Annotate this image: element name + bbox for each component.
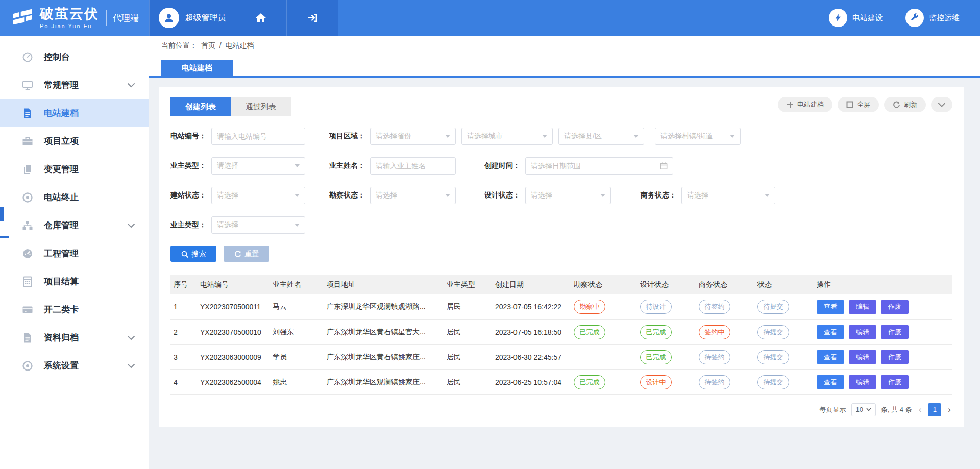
region-label: 项目区域：: [329, 132, 365, 141]
void-button[interactable]: 作废: [881, 300, 909, 314]
station-no-label: 电站编号：: [170, 132, 206, 141]
meter-icon: [21, 248, 34, 260]
status-badge: 待签约: [699, 350, 730, 364]
dropdown-arrow-icon: [730, 135, 735, 138]
gauge-icon: [21, 51, 34, 63]
tab-pass-list[interactable]: 通过列表: [231, 97, 291, 116]
header-nav: 电站建设 监控运维: [829, 0, 980, 36]
survey-status-select[interactable]: 请选择: [370, 187, 456, 204]
add-station-button[interactable]: 电站建档: [778, 97, 832, 112]
plus-icon: [787, 101, 794, 108]
brand-title: 破茧云伏: [40, 7, 99, 21]
status-badge: 待提交: [757, 325, 789, 339]
prev-page-button[interactable]: ‹: [917, 405, 923, 415]
edit-button[interactable]: 编辑: [849, 350, 876, 364]
town-select[interactable]: 请选择村镇/街道: [655, 128, 741, 145]
breadcrumb-prefix: 当前位置：: [161, 41, 197, 50]
filter-actions: 搜索 重置: [170, 246, 952, 262]
nav-monitor-ops-label: 监控运维: [929, 13, 960, 23]
row-actions: 查看 编辑 作废: [817, 300, 949, 314]
province-select[interactable]: 请选择省份: [370, 128, 456, 145]
dropdown-arrow-icon: [295, 224, 300, 227]
owner-type2-label: 业主类型：: [170, 220, 206, 230]
sidebar-item-open-card[interactable]: 开二类卡: [0, 295, 149, 324]
fullscreen-button[interactable]: 全屏: [838, 97, 879, 112]
content-card: 创建列表 通过列表 电站建档 全屏 刷新: [159, 87, 964, 427]
filter-row-3: 建站状态： 请选择 勘察状态： 请选择 设计状态： 请选择 商务状态： 请选择: [170, 187, 952, 204]
page-number-current[interactable]: 1: [928, 403, 941, 416]
design-status-select[interactable]: 请选择: [525, 187, 611, 204]
edit-button[interactable]: 编辑: [849, 300, 876, 314]
brand-subtitle: Po Jian Yun Fu: [40, 23, 99, 29]
void-button[interactable]: 作废: [881, 375, 909, 389]
brand-logo-icon: [11, 7, 34, 29]
reset-button[interactable]: 重置: [224, 246, 270, 262]
target-icon: [21, 191, 34, 204]
status-badge: 已完成: [640, 350, 672, 364]
void-button[interactable]: 作废: [881, 350, 909, 364]
owner-name-input[interactable]: [370, 157, 456, 175]
county-select[interactable]: 请选择县/区: [558, 128, 644, 145]
copy-files-icon: [21, 163, 34, 176]
sidebar-item-data-archive[interactable]: 资料归档: [0, 324, 149, 352]
chevron-down-icon: [128, 223, 135, 228]
table-header-row: 序号 电站编号 业主姓名 项目地址 业主类型 创建日期 勘察状态 设计状态 商务…: [170, 275, 952, 294]
sidebar-item-station-archive[interactable]: 电站建档: [0, 99, 149, 127]
current-user[interactable]: 超级管理员: [149, 0, 235, 36]
view-button[interactable]: 查看: [817, 350, 844, 364]
search-button[interactable]: 搜索: [170, 246, 216, 262]
nav-station-build[interactable]: 电站建设: [829, 9, 883, 27]
per-page-label: 每页显示: [820, 405, 846, 414]
briefcase-icon: [21, 135, 34, 147]
filter-row-1: 电站编号： 项目区域： 请选择省份 请选择城市 请选择县/区 请选择村镇/街道: [170, 128, 952, 145]
reset-icon: [234, 251, 241, 258]
edit-button[interactable]: 编辑: [849, 375, 876, 389]
owner-type2-select[interactable]: 请选择: [211, 216, 305, 234]
chevron-down-icon: [866, 408, 871, 411]
next-page-button[interactable]: ›: [946, 405, 952, 415]
dropdown-arrow-icon: [295, 164, 300, 167]
create-time-input[interactable]: [525, 157, 673, 175]
business-status-select[interactable]: 请选择: [681, 187, 775, 204]
business-status-label: 商务状态：: [641, 191, 676, 200]
owner-type-select[interactable]: 请选择: [211, 157, 305, 175]
void-button[interactable]: 作废: [881, 325, 909, 339]
owner-name-label: 业主姓名：: [329, 161, 365, 170]
status-badge: 待提交: [757, 350, 789, 364]
per-page-select[interactable]: 10: [851, 403, 876, 416]
sidebar-item-project-settlement[interactable]: 项目结算: [0, 267, 149, 295]
owner-type-label: 业主类型：: [170, 161, 206, 170]
sidebar-item-console[interactable]: 控制台: [0, 43, 149, 71]
sidebar-item-general-mgmt[interactable]: 常规管理: [0, 71, 149, 99]
breadcrumb-home[interactable]: 首页: [201, 41, 215, 50]
chevron-down-icon: [128, 83, 135, 87]
tab-create-list[interactable]: 创建列表: [170, 97, 231, 116]
row-actions: 查看 编辑 作废: [817, 350, 949, 364]
nav-monitor-ops[interactable]: 监控运维: [905, 9, 960, 27]
refresh-button[interactable]: 刷新: [884, 97, 926, 112]
sidebar-item-change-mgmt[interactable]: 变更管理: [0, 155, 149, 183]
chevron-down-icon: [128, 363, 135, 368]
build-status-select[interactable]: 请选择: [211, 187, 305, 204]
view-button[interactable]: 查看: [817, 300, 844, 314]
view-button[interactable]: 查看: [817, 375, 844, 389]
view-button[interactable]: 查看: [817, 325, 844, 339]
sidebar-item-warehouse-mgmt[interactable]: 仓库管理: [0, 211, 149, 239]
logout-button[interactable]: [286, 0, 338, 36]
main-content: 当前位置： 首页 / 电站建档 电站建档 创建列表 通过列表 电站建档: [149, 36, 980, 469]
status-badge: 待设计: [640, 300, 672, 314]
row-actions: 查看 编辑 作废: [817, 375, 949, 389]
edit-button[interactable]: 编辑: [849, 325, 876, 339]
station-no-input[interactable]: [211, 128, 305, 145]
pagination: 每页显示 10 条, 共 4 条 ‹ 1 ›: [170, 403, 952, 419]
sidebar-item-system-settings[interactable]: 系统设置: [0, 352, 149, 380]
sidebar-item-engineering-mgmt[interactable]: 工程管理: [0, 239, 149, 267]
status-badge: 待签约: [699, 375, 730, 389]
collapse-button[interactable]: [931, 97, 952, 112]
sidebar-item-station-terminate[interactable]: 电站终止: [0, 183, 149, 211]
home-button[interactable]: [235, 0, 286, 36]
status-badge: 已完成: [574, 375, 605, 389]
page-tab-station-archive[interactable]: 电站建档: [161, 60, 233, 76]
sidebar-item-project-initiation[interactable]: 项目立项: [0, 127, 149, 155]
city-select[interactable]: 请选择城市: [461, 128, 553, 145]
